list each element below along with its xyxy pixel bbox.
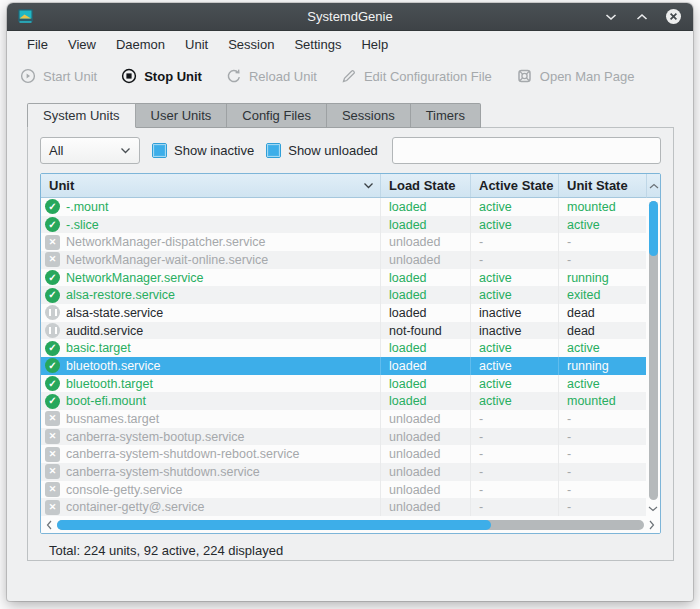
vertical-scrollbar[interactable] [646,174,660,516]
unit-state-cell: active [559,216,646,234]
window-lower-button[interactable] [603,9,619,25]
horizontal-scrollbar[interactable] [41,516,660,533]
unit-name: boot-efi.mount [66,394,146,408]
menu-help[interactable]: Help [351,33,398,56]
show-inactive-checkbox[interactable] [152,143,167,158]
load-state-cell: loaded [381,392,471,410]
menu-daemon[interactable]: Daemon [106,33,175,56]
start-unit-button[interactable]: Start Unit [20,68,97,84]
tab-config-files[interactable]: Config Files [227,103,327,128]
show-unloaded-checkbox[interactable] [266,143,281,158]
unit-status-icon [45,482,60,497]
active-state-cell: active [471,216,559,234]
unit-status-icon [45,429,60,444]
chevron-up-icon [636,13,648,21]
column-header-unit[interactable]: Unit [41,174,381,197]
table-header: Unit Load State Active State Unit State [41,174,646,198]
horizontal-scroll-thumb[interactable] [57,520,491,530]
table-row[interactable]: bluetooth.target loaded active active [41,375,646,393]
table-row[interactable]: canberra-system-bootup.service unloaded … [41,428,646,446]
close-icon [665,8,682,25]
unit-status-icon [45,217,60,232]
unit-state-cell: - [559,410,646,428]
unit-name: -.mount [66,200,108,214]
load-state-cell: loaded [381,375,471,393]
vertical-scroll-thumb[interactable] [649,201,658,256]
show-inactive-checkbox-group: Show inactive [152,143,254,158]
unit-state-cell: - [559,428,646,446]
table-row[interactable]: NetworkManager-wait-online.service unloa… [41,251,646,269]
tab-user-units[interactable]: User Units [136,103,228,128]
edit-configuration-button[interactable]: Edit Configuration File [341,68,492,84]
active-state-cell: inactive [471,322,559,340]
unit-name: basic.target [66,341,131,355]
table-row[interactable]: alsa-state.service loaded inactive dead [41,304,646,322]
window-close-button[interactable] [665,9,681,25]
window-raise-button[interactable] [634,9,650,25]
scroll-left-button[interactable] [46,520,52,530]
column-header-unit-state[interactable]: Unit State [559,174,646,197]
open-man-page-button[interactable]: Open Man Page [516,68,635,84]
unit-status-icon [45,305,60,320]
horizontal-scroll-track[interactable] [57,520,644,530]
unit-status-icon [45,252,60,267]
table-row[interactable]: -.slice loaded active active [41,216,646,234]
table-row[interactable]: canberra-system-shutdown-reboot.service … [41,445,646,463]
unit-state-cell: - [559,445,646,463]
scroll-down-button[interactable] [648,502,658,516]
load-state-cell: unloaded [381,251,471,269]
filter-search-input[interactable] [392,137,661,164]
tab-timers[interactable]: Timers [411,103,481,128]
column-header-load-state[interactable]: Load State [381,174,471,197]
table-row[interactable]: boot-efi.mount loaded active mounted [41,392,646,410]
stop-unit-button[interactable]: Stop Unit [121,68,202,84]
table-row[interactable]: -.mount loaded active mounted [41,198,646,216]
unit-status-icon [45,500,60,515]
vertical-scroll-track[interactable] [649,201,658,500]
show-unloaded-checkbox-group: Show unloaded [266,143,378,158]
tab-bar: System Units User Units Config Files Ses… [27,103,693,127]
unit-name: NetworkManager-wait-online.service [66,253,268,267]
scroll-up-button[interactable] [646,174,660,198]
load-state-cell: unloaded [381,233,471,251]
chevron-down-icon [605,13,617,21]
table-row[interactable]: NetworkManager.service loaded active run… [41,269,646,287]
tab-system-units[interactable]: System Units [27,103,136,128]
table-row[interactable]: bluetooth.service loaded active running [41,357,646,375]
scroll-right-button[interactable] [649,520,655,530]
active-state-cell: active [471,286,559,304]
menu-view[interactable]: View [58,33,106,56]
load-state-cell: unloaded [381,498,471,516]
man-page-icon [516,68,533,84]
unit-state-cell: - [559,481,646,499]
table-row[interactable]: canberra-system-shutdown.service unloade… [41,463,646,481]
menu-file[interactable]: File [17,33,58,56]
table-row[interactable]: basic.target loaded active active [41,339,646,357]
table-row[interactable]: NetworkManager-dispatcher.service unload… [41,233,646,251]
unit-name: canberra-system-shutdown.service [66,465,260,479]
reload-unit-button[interactable]: Reload Unit [226,68,317,84]
unit-status-icon [45,235,60,250]
active-state-cell: - [471,445,559,463]
unit-name: bluetooth.service [66,359,161,373]
unit-status-icon [45,411,60,426]
active-state-cell: - [471,481,559,499]
unit-type-dropdown[interactable]: All [40,137,140,164]
tab-sessions[interactable]: Sessions [327,103,411,128]
table-row[interactable]: console-getty.service unloaded - - [41,481,646,499]
load-state-cell: loaded [381,304,471,322]
unit-name: -.slice [66,218,99,232]
active-state-cell: - [471,463,559,481]
column-header-active-state[interactable]: Active State [471,174,559,197]
active-state-cell: active [471,198,559,216]
menu-session[interactable]: Session [218,33,284,56]
unit-state-cell: exited [559,286,646,304]
unit-status-icon [45,376,60,391]
table-row[interactable]: container-getty@.service unloaded - - [41,498,646,516]
menu-settings[interactable]: Settings [284,33,351,56]
table-row[interactable]: alsa-restore.service loaded active exite… [41,286,646,304]
unit-state-cell: active [559,339,646,357]
table-row[interactable]: busnames.target unloaded - - [41,410,646,428]
table-row[interactable]: auditd.service not-found inactive dead [41,322,646,340]
menu-unit[interactable]: Unit [175,33,218,56]
